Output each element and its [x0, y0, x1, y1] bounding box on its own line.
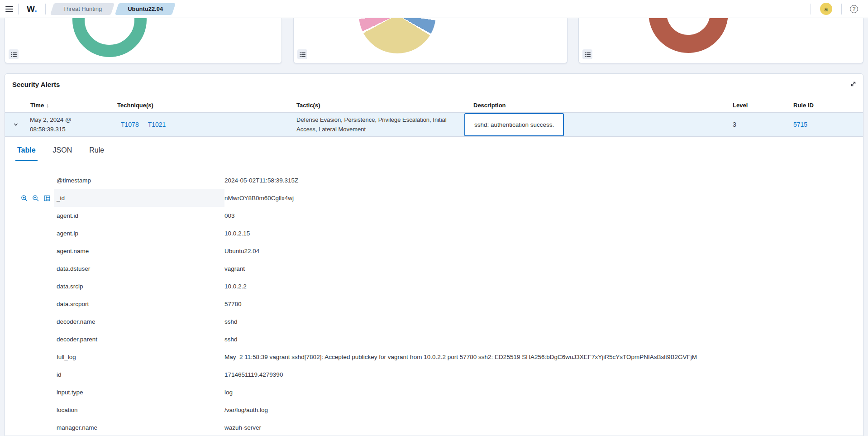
- security-alerts-panel: Security Alerts Time↓ Technique(s) Tacti…: [5, 73, 863, 436]
- legend-list-icon: [585, 52, 591, 57]
- breadcrumb-threat-hunting[interactable]: Threat Hunting: [52, 3, 113, 15]
- top-navbar: W. Threat Hunting Ubuntu22.04 a ?: [0, 0, 868, 18]
- tab-table[interactable]: Table: [15, 142, 38, 161]
- detail-tabs: Table JSON Rule: [15, 142, 106, 161]
- collapse-row-button[interactable]: [5, 122, 27, 127]
- field-name: location: [57, 407, 78, 413]
- alert-description-cell: sshd: authentication success.: [464, 113, 729, 136]
- divider: [811, 4, 811, 14]
- pie-chart[interactable]: [359, 18, 436, 53]
- legend-toggle-button[interactable]: [297, 49, 307, 59]
- field-value: 1714651119.4279390: [224, 371, 863, 378]
- column-header-description[interactable]: Description: [464, 102, 729, 109]
- panel-title: Security Alerts: [12, 81, 60, 88]
- field-row: agent.name Ubuntu22.04: [5, 242, 863, 260]
- divider: [841, 4, 842, 14]
- divider: [45, 4, 46, 14]
- field-name: agent.id: [57, 212, 78, 219]
- field-row: data.srcport 57780: [5, 295, 863, 313]
- field-name: agent.name: [57, 248, 89, 254]
- field-value: 10.0.2.2: [224, 283, 863, 290]
- field-value: 2024-05-02T11:58:39.315Z: [224, 177, 863, 184]
- field-name: @timestamp: [57, 177, 91, 184]
- technique-link-t1078[interactable]: T1078: [121, 120, 139, 129]
- field-name: full_log: [57, 354, 76, 360]
- field-value: nMwrOY8B0m60Cgllx4wj: [224, 195, 863, 201]
- alert-techniques: T1078 T1021: [114, 120, 294, 129]
- field-row: agent.ip 10.0.2.15: [5, 225, 863, 242]
- column-header-level[interactable]: Level: [729, 102, 788, 109]
- alert-level: 3: [729, 120, 788, 129]
- field-row: decoder.name sshd: [5, 313, 863, 331]
- alert-time: May 2, 2024 @ 08:58:39.315: [27, 115, 90, 134]
- expand-panel-button[interactable]: [849, 79, 858, 88]
- donut-chart-red[interactable]: [649, 18, 728, 53]
- chart-card-3: [578, 18, 863, 63]
- alert-rule-id-cell: 5715: [788, 120, 863, 129]
- field-row: input.type log: [5, 383, 863, 401]
- field-name: decoder.name: [57, 318, 95, 325]
- field-value: 003: [224, 212, 863, 219]
- field-value: sshd: [224, 318, 863, 325]
- expand-icon: [850, 81, 857, 87]
- column-header-tactic[interactable]: Tactic(s): [294, 102, 464, 109]
- tab-json[interactable]: JSON: [51, 142, 74, 161]
- field-value: May 2 11:58:39 vagrant sshd[7802]: Accep…: [224, 354, 863, 360]
- filter-out-value-icon[interactable]: [32, 194, 40, 202]
- field-name: agent.ip: [57, 230, 78, 237]
- legend-toggle-button[interactable]: [582, 49, 592, 59]
- field-row: manager.name wazuh-server: [5, 419, 863, 436]
- filter-for-value-icon[interactable]: [20, 194, 29, 202]
- field-row: agent.id 003: [5, 207, 863, 225]
- wazuh-logo[interactable]: W.: [19, 4, 45, 14]
- field-value: wazuh-server: [224, 424, 863, 431]
- field-name: data.srcport: [57, 301, 89, 307]
- alert-tactics: Defense Evasion, Persistence, Privilege …: [294, 115, 462, 134]
- field-name: data.dstuser: [57, 265, 90, 272]
- chart-card-2: [293, 18, 568, 63]
- field-row: location /var/log/auth.log: [5, 401, 863, 419]
- legend-toggle-button[interactable]: [9, 49, 19, 59]
- column-header-technique[interactable]: Technique(s): [114, 102, 294, 109]
- sort-desc-icon: ↓: [46, 102, 49, 109]
- breadcrumb: Threat Hunting Ubuntu22.04: [52, 3, 174, 15]
- alert-row[interactable]: May 2, 2024 @ 08:58:39.315 T1078 T1021 D…: [5, 113, 863, 137]
- breadcrumb-agent[interactable]: Ubuntu22.04: [117, 3, 174, 15]
- field-row: @timestamp 2024-05-02T11:58:39.315Z: [5, 172, 863, 189]
- field-actions: [5, 189, 54, 207]
- alerts-table-header: Time↓ Technique(s) Tactic(s) Description…: [5, 98, 863, 113]
- field-row: data.dstuser vagrant: [5, 260, 863, 278]
- field-row: full_log May 2 11:58:39 vagrant sshd[780…: [5, 348, 863, 366]
- field-row: decoder.parent sshd: [5, 331, 863, 348]
- field-name: id: [57, 371, 62, 378]
- field-name: _id: [57, 195, 65, 201]
- hamburger-icon: [5, 6, 13, 12]
- field-name: data.srcip: [57, 283, 83, 290]
- menu-button[interactable]: [0, 0, 18, 18]
- toggle-column-icon[interactable]: [43, 194, 51, 202]
- technique-link-t1021[interactable]: T1021: [148, 120, 166, 129]
- field-row: _id nMwrOY8B0m60Cgllx4wj: [5, 189, 863, 207]
- field-value: 57780: [224, 301, 863, 307]
- column-header-time[interactable]: Time↓: [27, 102, 114, 109]
- donut-chart-green[interactable]: [72, 18, 147, 57]
- field-table: @timestamp 2024-05-02T11:58:39.315Z _id …: [5, 172, 863, 436]
- field-value: 10.0.2.15: [224, 230, 863, 237]
- field-value: /var/log/auth.log: [224, 407, 863, 413]
- chevron-down-icon: [13, 122, 19, 127]
- field-value: Ubuntu22.04: [224, 248, 863, 254]
- user-avatar[interactable]: a: [820, 3, 832, 15]
- field-value: sshd: [224, 336, 863, 343]
- column-header-rule-id[interactable]: Rule ID: [788, 102, 863, 109]
- rule-id-link[interactable]: 5715: [793, 121, 807, 128]
- legend-list-icon: [300, 52, 305, 57]
- alert-description[interactable]: sshd: authentication success.: [464, 113, 564, 136]
- field-row: id 1714651119.4279390: [5, 366, 863, 383]
- logo-dot: .: [34, 4, 37, 14]
- field-name: input.type: [57, 389, 83, 396]
- tab-rule[interactable]: Rule: [87, 142, 106, 161]
- field-value: log: [224, 389, 863, 396]
- help-icon[interactable]: ?: [850, 5, 858, 13]
- legend-list-icon: [11, 52, 17, 57]
- field-name: decoder.parent: [57, 336, 97, 343]
